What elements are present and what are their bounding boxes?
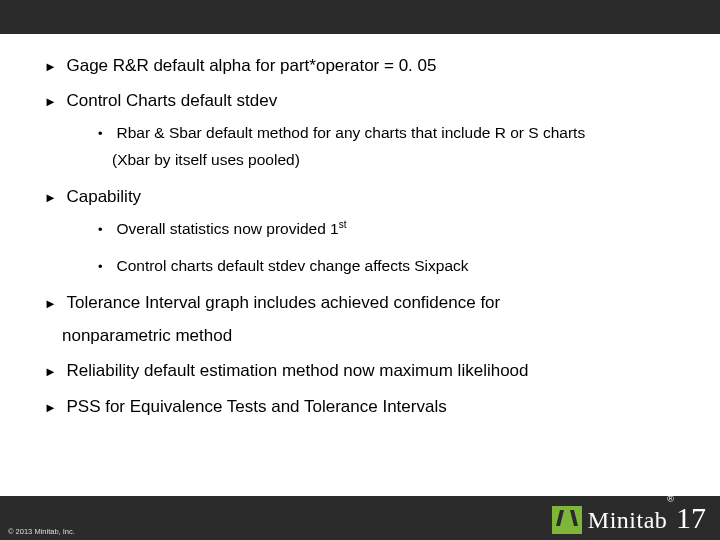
sub-bullet-list: Rbar & Sbar default method for any chart…	[44, 120, 690, 173]
bullet-text-continuation: nonparametric method	[44, 322, 690, 349]
sub-bullet-item: Rbar & Sbar default method for any chart…	[98, 120, 690, 173]
bullet-text: Tolerance Interval graph includes achiev…	[66, 293, 500, 312]
sub-bullet-text: Rbar & Sbar default method for any chart…	[116, 124, 585, 141]
logo-mark-icon	[552, 506, 582, 534]
ordinal-suffix: st	[339, 219, 347, 230]
bullet-text: PSS for Equivalence Tests and Tolerance …	[66, 397, 446, 416]
sub-bullet-text: Control charts default stdev change affe…	[116, 257, 468, 274]
registered-icon: ®	[667, 494, 674, 504]
bullet-item: PSS for Equivalence Tests and Tolerance …	[44, 393, 690, 420]
bullet-text: Control Charts default stdev	[66, 91, 277, 110]
sub-bullet-text-prefix: Overall statistics now provided 1	[116, 220, 338, 237]
bullet-list: Gage R&R default alpha for part*operator…	[44, 52, 690, 420]
bullet-item: Control Charts default stdev Rbar & Sbar…	[44, 87, 690, 173]
triangle-bullet-icon	[44, 398, 62, 416]
sub-bullet-item: Overall statistics now provided 1st	[98, 216, 690, 243]
sub-bullet-item: Control charts default stdev change affe…	[98, 253, 690, 279]
bullet-text: Capability	[66, 187, 141, 206]
triangle-bullet-icon	[44, 57, 62, 75]
dot-bullet-icon	[98, 257, 112, 275]
bullet-item: Tolerance Interval graph includes achiev…	[44, 289, 690, 349]
triangle-bullet-icon	[44, 92, 62, 110]
brand-version: 17	[676, 501, 706, 534]
triangle-bullet-icon	[44, 362, 62, 380]
bullet-item: Gage R&R default alpha for part*operator…	[44, 52, 690, 79]
title-bar	[0, 0, 720, 34]
sub-bullet-text-continuation: (Xbar by itself uses pooled)	[98, 147, 690, 173]
footer-bar: © 2013 Minitab, Inc. Minitab®17	[0, 496, 720, 540]
triangle-bullet-icon	[44, 188, 62, 206]
slide: Gage R&R default alpha for part*operator…	[0, 0, 720, 540]
logo-text-wrap: Minitab®17	[588, 504, 706, 534]
sub-bullet-text: Overall statistics now provided 1st	[116, 220, 346, 237]
dot-bullet-icon	[98, 220, 112, 238]
bullet-text: Gage R&R default alpha for part*operator…	[66, 56, 436, 75]
brand-name: Minitab	[588, 507, 668, 533]
bullet-text: Reliability default estimation method no…	[66, 361, 528, 380]
sub-bullet-list: Overall statistics now provided 1st Cont…	[44, 216, 690, 279]
triangle-bullet-icon	[44, 294, 62, 312]
bullet-item: Reliability default estimation method no…	[44, 357, 690, 384]
brand-logo: Minitab®17	[552, 504, 706, 534]
bullet-item: Capability Overall statistics now provid…	[44, 183, 690, 279]
slide-content: Gage R&R default alpha for part*operator…	[0, 34, 720, 496]
copyright-text: © 2013 Minitab, Inc.	[8, 527, 75, 536]
dot-bullet-icon	[98, 124, 112, 142]
